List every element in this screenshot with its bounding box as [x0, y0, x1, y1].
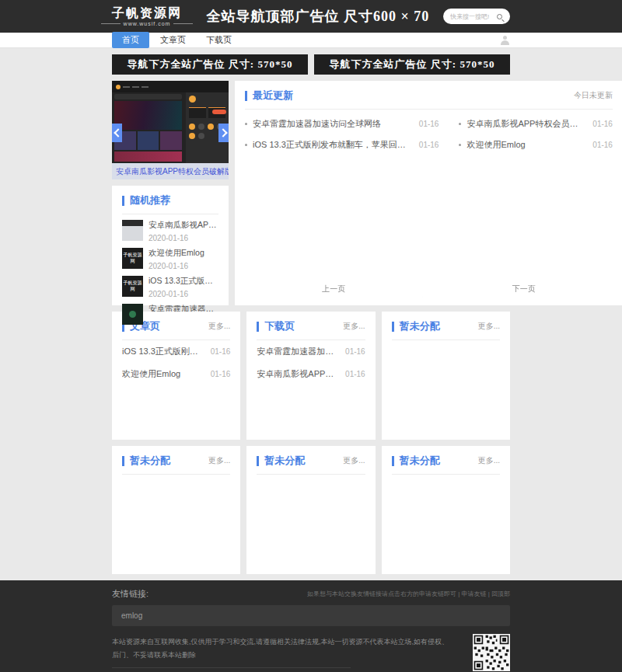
item-title: iOS 13.3正式版刚发布就翻车，苹果回复正...	[149, 276, 218, 287]
item-date: 2020-01-16	[149, 290, 218, 298]
user-avatar-icon[interactable]	[500, 35, 510, 45]
downloads-panel: 下载页 更多... 安卓雷霆加速器加速访问全球网络 01-16 安卓南瓜影视AP…	[246, 312, 375, 440]
articles-panel: 文章页 更多... iOS 13.3正式版刚发布就翻车，苹果回复正... 01-…	[112, 312, 240, 440]
carousel-next-icon[interactable]	[218, 124, 229, 142]
unassigned-panel: 暂未分配 更多...	[112, 446, 240, 574]
item-date: 01-16	[592, 141, 613, 149]
list-item[interactable]: iOS 13.3正式版刚发布就翻车，苹果回复正... 01-16	[245, 134, 439, 155]
item-title: 欢迎使用Emlog	[466, 139, 586, 151]
logo-subtitle: www.wusif.com	[101, 21, 193, 26]
more-link[interactable]: 更多...	[208, 321, 230, 332]
item-title: iOS 13.3正式版刚发布就翻车，苹果回复正...	[253, 139, 413, 151]
sub-ad-banner-left[interactable]: 导航下方全站广告位 尺寸: 570*50	[112, 54, 308, 75]
carousel-app-body	[112, 92, 184, 163]
carousel-app-topbar	[112, 81, 229, 92]
panel-title: 暂未分配	[130, 454, 208, 468]
site-logo[interactable]: 子帆资源网 www.wusif.com	[101, 6, 193, 27]
bullet-icon	[459, 123, 461, 125]
item-thumbnail: 子帆资源网	[122, 276, 143, 297]
item-thumbnail	[122, 220, 143, 241]
item-date: 01-16	[211, 370, 231, 378]
qr-code	[473, 634, 510, 671]
footer-divider	[112, 667, 351, 668]
list-item[interactable]: 子帆资源网 iOS 13.3正式版刚发布就翻车，苹果回复正... 2020-01…	[122, 276, 218, 298]
more-link[interactable]: 更多...	[208, 455, 230, 466]
more-link[interactable]: 更多...	[343, 321, 365, 332]
more-link[interactable]: 更多...	[343, 455, 365, 466]
site-disclaimer: 本站资源来自互联网收集,仅供用于学习和交流,请遵循相关法律法规,本站一切资源不代…	[112, 635, 454, 662]
list-item[interactable]: 安卓雷霆加速器加速访问全球网络 01-16	[257, 340, 365, 363]
item-title: iOS 13.3正式版刚发布就翻车，苹果回复正...	[122, 346, 204, 357]
panel-title: 下载页	[264, 319, 343, 333]
heading-accent-bar	[257, 456, 259, 466]
item-title: 欢迎使用Emlog	[122, 368, 204, 380]
prev-page-button[interactable]: 上一页	[245, 280, 422, 298]
random-panel-title: 随机推荐	[130, 193, 218, 207]
item-title: 安卓南瓜影视APP特权会员破解版	[466, 118, 586, 130]
friend-link-emlog[interactable]: emlog	[112, 605, 510, 626]
recent-updates-panel: 最近更新 今日未更新 安卓雷霆加速器加速访问全球网络 01-16 iOS 13.…	[235, 81, 622, 305]
search-input[interactable]	[450, 13, 497, 20]
item-date: 01-16	[345, 370, 365, 378]
top-ad-banner[interactable]: 全站导航顶部广告位 尺寸600 × 70	[193, 7, 443, 26]
friend-links-label: 友情链接:	[112, 588, 149, 600]
item-date: 2020-01-16	[149, 234, 218, 242]
item-date: 01-16	[419, 141, 439, 149]
more-link[interactable]: 更多...	[478, 455, 500, 466]
panel-title: 暂未分配	[400, 319, 478, 333]
list-item[interactable]: 安卓南瓜影视APP特权会员破解版 01-16	[459, 113, 612, 134]
heading-accent-bar	[257, 322, 259, 332]
carousel[interactable]: 安卓南瓜影视APP特权会员破解版	[112, 81, 229, 179]
more-link[interactable]: 更多...	[478, 321, 500, 332]
list-item[interactable]: iOS 13.3正式版刚发布就翻车，苹果回复正... 01-16	[122, 340, 230, 363]
list-item[interactable]: 欢迎使用Emlog 01-16	[122, 363, 230, 385]
item-date: 01-16	[345, 347, 365, 356]
bullet-icon	[245, 123, 247, 125]
sub-ad-banner-right[interactable]: 导航下方全站广告位 尺寸: 570*50	[314, 54, 510, 75]
nav-item-articles[interactable]: 文章页	[160, 34, 186, 46]
item-title: 安卓南瓜影视APP特权会员破解版	[257, 368, 339, 380]
heading-accent-bar	[392, 322, 394, 332]
nav-item-downloads[interactable]: 下载页	[206, 34, 232, 46]
logo-domain: www.wusif.com	[121, 21, 174, 26]
item-date: 2020-01-16	[149, 262, 218, 270]
carousel-prev-icon[interactable]	[112, 124, 122, 142]
item-thumbnail: 子帆资源网	[122, 248, 143, 269]
item-title: 安卓雷霆加速器加速访问全球网络	[253, 118, 413, 130]
list-item[interactable]: 欢迎使用Emlog 01-16	[459, 134, 612, 155]
heading-accent-bar	[245, 91, 247, 101]
heading-accent-bar	[122, 456, 124, 466]
random-panel: 随机推荐 安卓南瓜影视APP特权会员破解版 2020-01-16 子帆资源网 欢…	[112, 186, 229, 305]
logo-title: 子帆资源网	[101, 6, 193, 20]
heading-accent-bar	[122, 196, 124, 206]
unassigned-panel: 暂未分配 更多...	[382, 446, 510, 574]
item-title: 欢迎使用Emlog	[149, 248, 218, 259]
unassigned-panel: 暂未分配 更多...	[382, 312, 510, 440]
nav-bar: 首页 文章页 下载页	[0, 33, 622, 48]
search-box[interactable]	[443, 9, 510, 24]
list-item[interactable]: 安卓南瓜影视APP特权会员破解版 2020-01-16	[122, 220, 218, 242]
heading-accent-bar	[392, 456, 394, 466]
list-item[interactable]: 安卓南瓜影视APP特权会员破解版 01-16	[257, 363, 365, 385]
unassigned-panel: 暂未分配 更多...	[246, 446, 375, 574]
friend-links-note[interactable]: 如果想与本站交换友情链接请点击右方的申请友链即可 | 申请友链 | 回顶部	[307, 590, 510, 598]
nav-item-home[interactable]: 首页	[112, 32, 149, 48]
recent-panel-title: 最近更新	[253, 89, 574, 103]
list-item[interactable]: 子帆资源网 欢迎使用Emlog 2020-01-16	[122, 248, 218, 270]
next-page-button[interactable]: 下一页	[435, 280, 612, 298]
item-title: 安卓南瓜影视APP特权会员破解版	[149, 220, 218, 231]
item-date: 01-16	[211, 347, 231, 356]
search-icon[interactable]	[497, 14, 502, 19]
bullet-icon	[459, 144, 461, 146]
item-date: 01-16	[419, 120, 439, 128]
carousel-caption[interactable]: 安卓南瓜影视APP特权会员破解版	[112, 163, 229, 179]
main-content: 导航下方全站广告位 尺寸: 570*50 导航下方全站广告位 尺寸: 570*5…	[112, 54, 510, 574]
item-thumbnail	[122, 304, 143, 325]
item-date: 01-16	[592, 120, 613, 128]
site-header: 子帆资源网 www.wusif.com 全站导航顶部广告位 尺寸600 × 70	[0, 0, 622, 33]
update-status: 今日未更新	[574, 90, 613, 101]
list-item[interactable]: 安卓雷霆加速器加速访问全球网络 01-16	[245, 113, 439, 134]
bullet-icon	[245, 144, 247, 146]
panel-title: 暂未分配	[264, 454, 343, 468]
item-title: 安卓雷霆加速器加速访问全球网络	[257, 346, 339, 357]
